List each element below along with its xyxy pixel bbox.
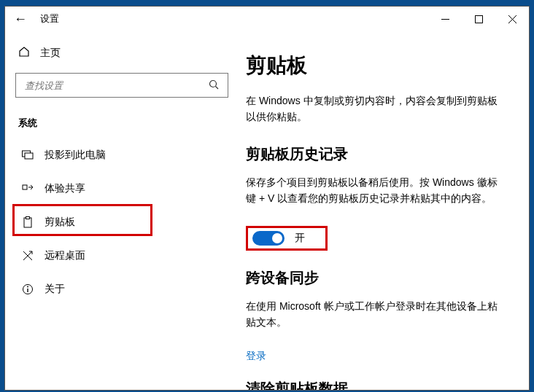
search-icon: [209, 79, 219, 92]
sidebar-item-about[interactable]: 关于: [15, 273, 228, 306]
history-desc: 保存多个项目到剪贴板以备稍后使用。按 Windows 徽标键 + V 以查看您的…: [246, 174, 507, 207]
back-button[interactable]: ←: [14, 12, 34, 27]
sidebar-item-label: 剪贴板: [44, 216, 75, 229]
signin-link[interactable]: 登录: [246, 350, 266, 363]
svg-rect-1: [475, 15, 482, 23]
sidebar-item-shared[interactable]: 体验共享: [15, 172, 228, 205]
sidebar-item-remote[interactable]: 远程桌面: [15, 239, 228, 273]
home-button[interactable]: 主页: [15, 42, 228, 73]
sidebar: 主页 系统 投影到此电脑 体验共享: [5, 31, 239, 390]
intro-text: 在 Windows 中复制或剪切内容时，内容会复制到剪贴板以供你粘贴。: [246, 93, 507, 125]
window-title: 设置: [40, 12, 59, 26]
svg-line-5: [216, 86, 219, 89]
close-button[interactable]: [495, 7, 529, 31]
search-input[interactable]: [25, 80, 209, 91]
maximize-button[interactable]: [462, 7, 495, 31]
clear-heading: 清除剪贴板数据: [246, 379, 507, 390]
sidebar-item-clipboard[interactable]: 剪贴板: [15, 205, 228, 239]
history-toggle-label: 开: [295, 232, 305, 245]
sidebar-item-label: 关于: [44, 283, 65, 296]
category-label: 系统: [15, 112, 228, 138]
content-area: 主页 系统 投影到此电脑 体验共享: [5, 31, 529, 390]
settings-window: ← 设置 主页: [4, 6, 530, 391]
annotation-highlight-toggle: 开: [246, 226, 328, 251]
sync-desc: 在使用 Microsoft 帐户或工作帐户登录时在其他设备上粘贴文本。: [246, 298, 507, 331]
titlebar: ← 设置: [5, 7, 529, 31]
svg-point-4: [210, 80, 217, 87]
history-toggle[interactable]: [252, 231, 285, 246]
svg-rect-7: [25, 153, 33, 159]
svg-point-15: [27, 286, 28, 288]
search-box[interactable]: [15, 73, 228, 98]
about-icon: [21, 283, 34, 295]
svg-rect-8: [23, 185, 27, 189]
sync-heading: 跨设备同步: [246, 268, 507, 288]
project-icon: [21, 150, 34, 160]
minimize-button[interactable]: [428, 7, 462, 31]
page-title: 剪贴板: [246, 52, 507, 79]
svg-rect-10: [26, 217, 30, 219]
sidebar-item-label: 体验共享: [44, 182, 85, 195]
history-heading: 剪贴板历史记录: [246, 144, 507, 164]
sidebar-item-project[interactable]: 投影到此电脑: [15, 138, 228, 172]
sidebar-item-label: 远程桌面: [44, 249, 85, 262]
shared-icon: [21, 183, 34, 195]
home-label: 主页: [40, 47, 61, 60]
remote-icon: [21, 250, 34, 262]
clipboard-icon: [21, 216, 34, 228]
window-controls: [428, 7, 529, 31]
sidebar-item-label: 投影到此电脑: [44, 149, 106, 162]
home-icon: [18, 46, 31, 60]
main-panel: 剪贴板 在 Windows 中复制或剪切内容时，内容会复制到剪贴板以供你粘贴。 …: [239, 31, 529, 390]
